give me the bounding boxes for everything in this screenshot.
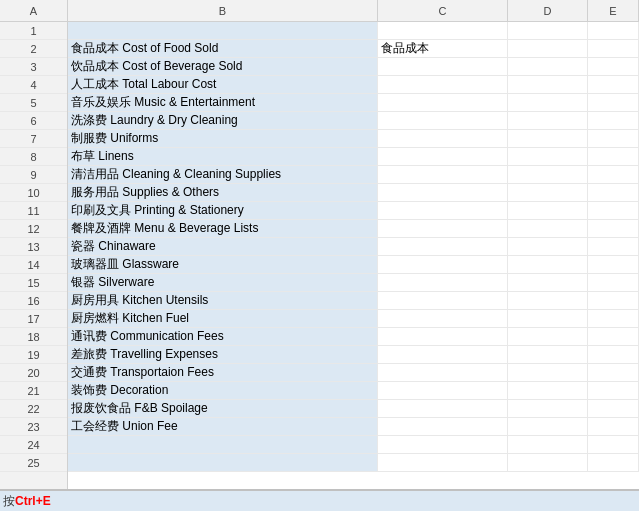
cell-b[interactable]: 布草 Linens [68, 148, 378, 165]
cell-c[interactable] [378, 238, 508, 255]
cell-d[interactable] [508, 58, 588, 75]
cell-e[interactable] [588, 220, 639, 237]
cell-e[interactable] [588, 382, 639, 399]
cell-c[interactable] [378, 418, 508, 435]
cell-c[interactable] [378, 76, 508, 93]
cell-e[interactable] [588, 364, 639, 381]
cell-e[interactable] [588, 454, 639, 471]
cell-b[interactable]: 制服费 Uniforms [68, 130, 378, 147]
cell-c[interactable] [378, 58, 508, 75]
cell-b[interactable]: 银器 Silverware [68, 274, 378, 291]
cell-e[interactable] [588, 328, 639, 345]
cell-b[interactable]: 厨房燃料 Kitchen Fuel [68, 310, 378, 327]
cell-d[interactable] [508, 400, 588, 417]
cell-e[interactable] [588, 130, 639, 147]
cell-e[interactable] [588, 310, 639, 327]
cell-d[interactable] [508, 346, 588, 363]
cell-d[interactable] [508, 292, 588, 309]
cell-c[interactable] [378, 292, 508, 309]
cell-e[interactable] [588, 58, 639, 75]
cell-d[interactable] [508, 418, 588, 435]
cell-d[interactable] [508, 364, 588, 381]
cell-d[interactable] [508, 310, 588, 327]
cell-e[interactable] [588, 238, 639, 255]
cell-b[interactable]: 玻璃器皿 Glassware [68, 256, 378, 273]
cell-c[interactable] [378, 454, 508, 471]
cell-d[interactable] [508, 220, 588, 237]
cell-e[interactable] [588, 94, 639, 111]
cell-b[interactable] [68, 436, 378, 453]
cell-c[interactable] [378, 94, 508, 111]
cell-c[interactable]: 食品成本 [378, 40, 508, 57]
cell-c[interactable] [378, 184, 508, 201]
cell-c[interactable] [378, 166, 508, 183]
cell-c[interactable] [378, 22, 508, 39]
cell-c[interactable] [378, 148, 508, 165]
cell-b[interactable]: 装饰费 Decoration [68, 382, 378, 399]
cell-b[interactable] [68, 454, 378, 471]
cell-c[interactable] [378, 346, 508, 363]
cell-e[interactable] [588, 436, 639, 453]
cell-b[interactable]: 人工成本 Total Labour Cost [68, 76, 378, 93]
cell-d[interactable] [508, 436, 588, 453]
cell-e[interactable] [588, 22, 639, 39]
cell-c[interactable] [378, 130, 508, 147]
cell-b[interactable]: 报废饮食品 F&B Spoilage [68, 400, 378, 417]
cell-e[interactable] [588, 202, 639, 219]
cell-e[interactable] [588, 256, 639, 273]
cell-c[interactable] [378, 256, 508, 273]
cell-d[interactable] [508, 112, 588, 129]
cell-b[interactable]: 印刷及文具 Printing & Stationery [68, 202, 378, 219]
cell-e[interactable] [588, 400, 639, 417]
cell-d[interactable] [508, 166, 588, 183]
cell-e[interactable] [588, 40, 639, 57]
cell-e[interactable] [588, 166, 639, 183]
cell-d[interactable] [508, 148, 588, 165]
cell-b[interactable]: 工会经费 Union Fee [68, 418, 378, 435]
cell-b[interactable]: 服务用品 Supplies & Others [68, 184, 378, 201]
cell-b[interactable]: 饮品成本 Cost of Beverage Sold [68, 58, 378, 75]
cell-b[interactable]: 通讯费 Communication Fees [68, 328, 378, 345]
cell-d[interactable] [508, 256, 588, 273]
cell-b[interactable]: 交通费 Transportaion Fees [68, 364, 378, 381]
cell-d[interactable] [508, 94, 588, 111]
cell-b[interactable]: 餐牌及酒牌 Menu & Beverage Lists [68, 220, 378, 237]
cell-b[interactable]: 厨房用具 Kitchen Utensils [68, 292, 378, 309]
cell-b[interactable]: 音乐及娱乐 Music & Entertainment [68, 94, 378, 111]
cell-d[interactable] [508, 454, 588, 471]
cell-c[interactable] [378, 364, 508, 381]
cell-d[interactable] [508, 76, 588, 93]
cell-b[interactable]: 差旅费 Travelling Expenses [68, 346, 378, 363]
cell-c[interactable] [378, 112, 508, 129]
grid[interactable]: 食品成本 Cost of Food Sold食品成本饮品成本 Cost of B… [68, 22, 639, 489]
cell-c[interactable] [378, 220, 508, 237]
cell-e[interactable] [588, 346, 639, 363]
cell-d[interactable] [508, 382, 588, 399]
cell-c[interactable] [378, 202, 508, 219]
cell-e[interactable] [588, 76, 639, 93]
cell-d[interactable] [508, 238, 588, 255]
cell-d[interactable] [508, 274, 588, 291]
cell-e[interactable] [588, 274, 639, 291]
cell-c[interactable] [378, 436, 508, 453]
cell-c[interactable] [378, 400, 508, 417]
cell-d[interactable] [508, 328, 588, 345]
cell-e[interactable] [588, 148, 639, 165]
cell-c[interactable] [378, 328, 508, 345]
cell-b[interactable]: 瓷器 Chinaware [68, 238, 378, 255]
cell-b[interactable]: 食品成本 Cost of Food Sold [68, 40, 378, 57]
cell-d[interactable] [508, 22, 588, 39]
cell-c[interactable] [378, 274, 508, 291]
cell-b[interactable]: 洗涤费 Laundry & Dry Cleaning [68, 112, 378, 129]
cell-e[interactable] [588, 184, 639, 201]
cell-c[interactable] [378, 382, 508, 399]
cell-d[interactable] [508, 40, 588, 57]
cell-c[interactable] [378, 310, 508, 327]
cell-e[interactable] [588, 418, 639, 435]
cell-b[interactable]: 清洁用品 Cleaning & Cleaning Supplies [68, 166, 378, 183]
cell-d[interactable] [508, 202, 588, 219]
cell-e[interactable] [588, 112, 639, 129]
cell-e[interactable] [588, 292, 639, 309]
cell-d[interactable] [508, 184, 588, 201]
cell-b[interactable] [68, 22, 378, 39]
